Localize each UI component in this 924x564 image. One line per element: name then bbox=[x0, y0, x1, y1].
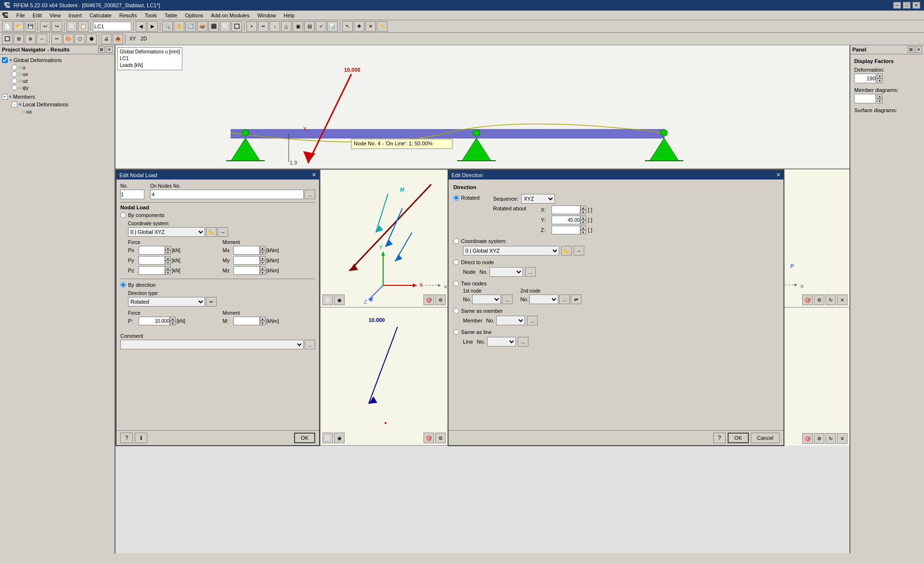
tb2-snap[interactable]: 🔲 bbox=[2, 34, 13, 44]
py-input[interactable] bbox=[139, 256, 165, 265]
tb-3d[interactable]: 📦 bbox=[197, 21, 207, 32]
rprev-bot-btn4[interactable]: ⚙ bbox=[814, 433, 824, 444]
mx-up[interactable]: ▲ bbox=[260, 246, 266, 250]
tb-open[interactable]: 📂 bbox=[13, 21, 24, 32]
p-input[interactable] bbox=[139, 317, 170, 325]
my-up[interactable]: ▲ bbox=[260, 256, 266, 260]
rprev-top-btn3[interactable]: 🎯 bbox=[802, 295, 813, 305]
radio-rotated[interactable] bbox=[453, 195, 459, 201]
tb-reset[interactable]: 🔲 bbox=[231, 21, 242, 32]
tb-beam[interactable]: ━ bbox=[258, 21, 269, 32]
close-btn[interactable]: ✕ bbox=[912, 2, 920, 9]
rprev-bot-btn5[interactable]: ↻ bbox=[825, 433, 836, 444]
tb-measure[interactable]: 📏 bbox=[377, 21, 387, 32]
radio-coord-sys[interactable] bbox=[453, 238, 459, 244]
tb-material[interactable]: ▣ bbox=[293, 21, 303, 32]
tree-global-deformations[interactable]: ⌖ Global Deformations bbox=[2, 56, 113, 64]
p-up[interactable]: ▲ bbox=[170, 317, 176, 321]
tb-front[interactable]: ⬛ bbox=[208, 21, 219, 32]
tb-next[interactable]: ▶ bbox=[147, 21, 158, 32]
y-rot-up[interactable]: ▲ bbox=[580, 216, 586, 220]
coord-sys-btn1[interactable]: 📐 bbox=[206, 227, 217, 237]
dir-coord-btn2[interactable]: ↔ bbox=[574, 246, 584, 256]
second-node-btn[interactable]: ... bbox=[559, 295, 570, 304]
px-input[interactable] bbox=[139, 246, 165, 255]
px-up[interactable]: ▲ bbox=[165, 246, 171, 250]
member-btn[interactable]: ... bbox=[527, 316, 538, 325]
tb-prev[interactable]: ◀ bbox=[136, 21, 146, 32]
menu-help[interactable]: Help bbox=[280, 12, 299, 19]
coord-sys-btn2[interactable]: ↔ bbox=[218, 227, 228, 237]
tb-undo[interactable]: ↩ bbox=[40, 21, 51, 32]
tb-check[interactable]: ✓ bbox=[316, 21, 326, 32]
maximize-btn[interactable]: □ bbox=[903, 2, 911, 9]
tb-load[interactable]: ↓ bbox=[270, 21, 280, 32]
menu-addon[interactable]: Add-on Modules bbox=[207, 12, 253, 19]
tb-rotate[interactable]: 🔄 bbox=[185, 21, 196, 32]
footer-info-btn[interactable]: ℹ bbox=[135, 433, 147, 443]
tb-section[interactable]: ▤ bbox=[304, 21, 315, 32]
on-nodes-browse[interactable]: ... bbox=[305, 190, 315, 199]
py-up[interactable]: ▲ bbox=[165, 256, 171, 260]
radio-same-line[interactable] bbox=[453, 329, 459, 335]
dir-coord-select[interactable]: 0 | Global XYZ bbox=[463, 246, 559, 256]
radio-by-components[interactable] bbox=[120, 212, 126, 218]
comment-btn[interactable]: ... bbox=[305, 340, 315, 349]
nodal-ok-btn[interactable]: OK bbox=[294, 433, 315, 443]
menu-file[interactable]: File bbox=[13, 12, 29, 19]
line-btn[interactable]: ... bbox=[518, 337, 528, 346]
rprev-bot-btn3[interactable]: 🎯 bbox=[802, 433, 813, 444]
on-nodes-input[interactable] bbox=[150, 190, 304, 199]
footer-help-btn[interactable]: ? bbox=[120, 433, 133, 443]
direct-node-btn[interactable]: ... bbox=[525, 267, 536, 277]
comment-select[interactable] bbox=[120, 340, 304, 349]
dir-cancel-btn[interactable]: Cancel bbox=[751, 433, 780, 443]
cb-global-deformations[interactable] bbox=[2, 57, 8, 63]
py-down[interactable]: ▼ bbox=[165, 260, 171, 265]
dialog-direction-close[interactable]: ✕ bbox=[776, 172, 781, 178]
my-down[interactable]: ▼ bbox=[260, 260, 266, 265]
dir-help-btn[interactable]: ? bbox=[713, 433, 726, 443]
minimize-btn[interactable]: ─ bbox=[893, 2, 901, 9]
member-select[interactable] bbox=[496, 316, 525, 325]
nav-close[interactable]: ✕ bbox=[106, 46, 113, 53]
expand-members[interactable]: + bbox=[2, 94, 8, 100]
first-node-select[interactable] bbox=[472, 295, 501, 304]
preview-bottom-btn3[interactable]: 🎯 bbox=[424, 433, 434, 443]
mx-down[interactable]: ▼ bbox=[260, 250, 266, 255]
member-diag-input[interactable] bbox=[854, 94, 876, 103]
preview-top-btn4[interactable]: ⚙ bbox=[435, 295, 446, 305]
tb-paste[interactable]: 📋 bbox=[78, 21, 89, 32]
right-close[interactable]: ✕ bbox=[915, 46, 922, 53]
z-rot-input[interactable] bbox=[552, 226, 580, 234]
tb2-dim[interactable]: ↔ bbox=[37, 34, 47, 44]
tb2-grid[interactable]: ⊞ bbox=[13, 34, 24, 44]
menu-window[interactable]: Window bbox=[253, 12, 280, 19]
x-rot-down[interactable]: ▼ bbox=[580, 210, 586, 214]
rprev-top-btn6[interactable]: ✕ bbox=[837, 295, 847, 305]
menu-tools[interactable]: Tools bbox=[141, 12, 161, 19]
memdiag-down[interactable]: ▼ bbox=[877, 99, 883, 103]
two-nodes-swap[interactable]: ⇄ bbox=[571, 295, 581, 304]
menu-view[interactable]: View bbox=[46, 12, 65, 19]
radio-two-nodes[interactable] bbox=[453, 281, 459, 286]
pz-up[interactable]: ▲ bbox=[165, 266, 171, 270]
tb-select[interactable]: ↖ bbox=[342, 21, 353, 32]
tb-copy[interactable]: ⬜ bbox=[66, 21, 77, 32]
radio-u[interactable] bbox=[12, 64, 17, 70]
my-input[interactable] bbox=[233, 256, 260, 265]
menu-options[interactable]: Options bbox=[181, 12, 207, 19]
y-rot-down[interactable]: ▼ bbox=[580, 220, 586, 224]
p-down[interactable]: ▼ bbox=[170, 321, 176, 325]
px-down[interactable]: ▼ bbox=[165, 250, 171, 255]
tb-results[interactable]: 📊 bbox=[327, 21, 338, 32]
mz-down[interactable]: ▼ bbox=[260, 270, 266, 275]
right-float[interactable]: ⊠ bbox=[908, 46, 914, 53]
tree-item-u[interactable]: ○ u bbox=[12, 64, 113, 71]
m-down[interactable]: ▼ bbox=[260, 321, 266, 325]
tb-support[interactable]: △ bbox=[281, 21, 292, 32]
tb2-section[interactable]: ✂ bbox=[51, 34, 62, 44]
preview-top-btn1[interactable]: ⬜ bbox=[322, 295, 333, 305]
x-rot-up[interactable]: ▲ bbox=[580, 205, 586, 210]
preview-bottom-btn2[interactable]: ◉ bbox=[334, 433, 345, 443]
